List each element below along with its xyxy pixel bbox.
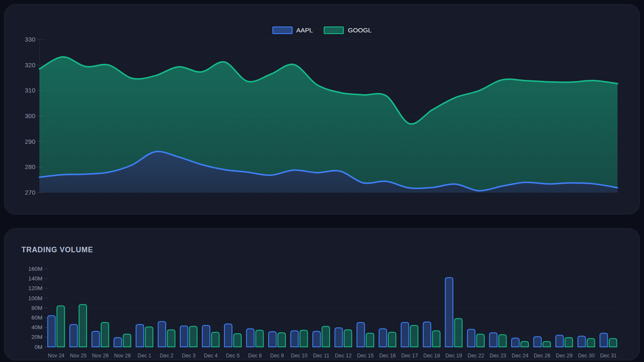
volume-bar-aapl[interactable] [445, 277, 453, 347]
volume-bar-aapl[interactable] [158, 322, 166, 347]
x-tick-label: Dec 22 [467, 353, 484, 359]
volume-bar-googl[interactable] [433, 331, 440, 347]
volume-bar-aapl[interactable] [136, 325, 144, 347]
x-tick-label: Dec 15 [357, 353, 374, 359]
x-tick-label: Nov 26 [92, 353, 109, 359]
x-tick-label: Dec 8 [248, 353, 262, 359]
y-tick-label: 60M [32, 314, 42, 321]
googl-legend-swatch [324, 26, 344, 34]
y-tick-label: 290 [25, 138, 35, 145]
y-tick-label: 320 [25, 61, 35, 69]
volume-bar-googl[interactable] [521, 341, 528, 347]
volume-bar-aapl[interactable] [313, 331, 320, 347]
x-tick-label: Dec 4 [204, 353, 218, 359]
volume-bar-googl[interactable] [454, 319, 462, 347]
volume-bar-googl[interactable] [123, 334, 131, 347]
volume-chart-card: TRADING VOLUME 0M20M40M60M80M100M120M140… [4, 228, 640, 360]
x-tick-label: Dec 29 [556, 353, 573, 359]
y-tick-label: 280 [25, 163, 35, 170]
volume-bar-googl[interactable] [234, 334, 241, 347]
volume-section-title: TRADING VOLUME [21, 246, 93, 254]
x-tick-label: Dec 5 [226, 353, 240, 359]
volume-bar-googl[interactable] [322, 326, 330, 347]
price-chart-card: AAPL GOOGL 270280290300310320330 [4, 4, 640, 214]
x-tick-label: Dec 24 [512, 353, 528, 359]
y-tick-label: 40M [32, 324, 42, 330]
volume-chart[interactable]: 0M20M40M60M80M100M120M140M160MNov 24Nov … [5, 229, 639, 360]
volume-bar-aapl[interactable] [512, 338, 519, 347]
volume-bar-googl[interactable] [101, 322, 109, 347]
y-tick-label: 0M [34, 344, 42, 350]
volume-bar-aapl[interactable] [556, 335, 563, 347]
x-tick-label: Dec 16 [379, 353, 396, 359]
volume-bar-googl[interactable] [211, 332, 219, 347]
legend-item-googl[interactable]: GOOGL [324, 26, 372, 34]
volume-bar-googl[interactable] [565, 338, 573, 347]
volume-bar-aapl[interactable] [269, 332, 276, 347]
volume-bar-googl[interactable] [57, 306, 65, 347]
volume-bar-googl[interactable] [300, 330, 308, 347]
volume-bar-googl[interactable] [477, 334, 484, 347]
volume-bar-googl[interactable] [410, 325, 418, 347]
volume-bar-aapl[interactable] [92, 331, 100, 347]
y-tick-label: 20M [32, 334, 42, 340]
x-tick-label: Dec 30 [578, 353, 595, 359]
legend-label-googl: GOOGL [348, 26, 372, 34]
volume-bar-aapl[interactable] [379, 329, 387, 347]
volume-bar-aapl[interactable] [401, 322, 409, 347]
y-tick-label: 100M [28, 295, 42, 301]
volume-bar-googl[interactable] [499, 335, 507, 347]
y-tick-label: 270 [25, 189, 35, 196]
volume-bar-aapl[interactable] [335, 328, 343, 347]
y-tick-label: 80M [32, 305, 42, 311]
volume-bar-aapl[interactable] [423, 322, 431, 347]
volume-bar-aapl[interactable] [291, 331, 298, 347]
legend-label-aapl: AAPL [296, 26, 313, 34]
x-tick-label: Dec 31 [600, 353, 617, 359]
volume-bar-aapl[interactable] [578, 336, 586, 347]
volume-bar-aapl[interactable] [48, 316, 55, 347]
volume-bar-aapl[interactable] [224, 324, 232, 347]
x-tick-label: Nov 24 [48, 353, 65, 359]
volume-bar-aapl[interactable] [600, 333, 607, 347]
x-tick-label: Dec 18 [423, 353, 440, 359]
x-tick-label: Nov 25 [70, 353, 87, 359]
volume-bar-googl[interactable] [609, 338, 617, 347]
volume-bar-aapl[interactable] [202, 325, 210, 347]
x-tick-label: Dec 9 [270, 353, 284, 359]
volume-bar-googl[interactable] [145, 327, 153, 347]
y-tick-label: 140M [28, 275, 42, 282]
price-chart[interactable]: 270280290300310320330 [5, 5, 639, 214]
x-tick-label: Dec 12 [335, 353, 352, 359]
x-tick-label: Dec 10 [291, 353, 308, 359]
x-tick-label: Dec 19 [446, 353, 462, 359]
y-tick-label: 160M [28, 266, 42, 272]
volume-bar-aapl[interactable] [534, 337, 541, 347]
x-tick-label: Dec 2 [160, 353, 174, 359]
volume-bar-aapl[interactable] [490, 333, 497, 347]
volume-bar-googl[interactable] [167, 330, 175, 347]
volume-bar-aapl[interactable] [246, 329, 254, 347]
x-tick-label: Dec 17 [401, 353, 418, 359]
volume-bar-aapl[interactable] [114, 338, 121, 347]
volume-bar-aapl[interactable] [357, 322, 364, 347]
volume-bar-aapl[interactable] [70, 325, 77, 347]
volume-bar-aapl[interactable] [180, 326, 188, 347]
chart-legend: AAPL GOOGL [5, 26, 639, 34]
x-tick-label: Dec 11 [313, 353, 330, 359]
y-tick-label: 120M [28, 285, 42, 291]
volume-bar-googl[interactable] [256, 330, 263, 347]
volume-bar-googl[interactable] [587, 338, 595, 347]
y-tick-label: 310 [25, 87, 35, 94]
volume-bar-googl[interactable] [278, 333, 285, 347]
volume-bar-googl[interactable] [79, 304, 87, 347]
volume-bar-googl[interactable] [366, 333, 374, 347]
volume-bar-aapl[interactable] [467, 329, 475, 347]
x-tick-label: Nov 28 [114, 353, 131, 359]
volume-bar-googl[interactable] [543, 341, 551, 347]
x-tick-label: Dec 3 [182, 353, 195, 359]
volume-bar-googl[interactable] [388, 332, 396, 347]
volume-bar-googl[interactable] [344, 330, 352, 347]
legend-item-aapl[interactable]: AAPL [272, 26, 313, 34]
volume-bar-googl[interactable] [190, 326, 197, 347]
